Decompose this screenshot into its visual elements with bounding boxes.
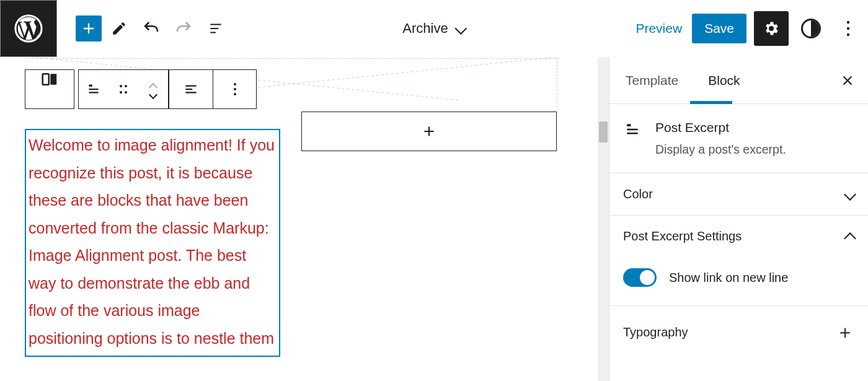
svg-point-14 <box>234 93 236 95</box>
dots-vertical-icon <box>846 20 850 37</box>
sidebar-tabs: Template Block <box>609 57 868 104</box>
close-icon <box>841 74 854 87</box>
show-link-newline-row: Show link on new line <box>609 257 868 306</box>
show-link-newline-label: Show link on new line <box>669 271 788 285</box>
panel-color-label: Color <box>623 187 653 201</box>
scrollbar-thumb[interactable] <box>599 121 608 142</box>
workspace: Welcome to image alignment! If you recog… <box>0 57 868 381</box>
redo-button[interactable] <box>169 14 198 43</box>
dots-vertical-icon <box>233 82 237 96</box>
tab-block[interactable]: Block <box>706 58 742 103</box>
tools-button[interactable] <box>104 14 134 43</box>
panel-typography-label: Typography <box>623 325 688 339</box>
column-appender[interactable] <box>301 112 557 151</box>
panel-settings-label: Post Excerpt Settings <box>623 229 742 243</box>
toolbar-right: Preview Save <box>633 11 863 46</box>
panel-excerpt-settings[interactable]: Post Excerpt Settings <box>609 216 868 257</box>
block-tool-group-2 <box>169 69 257 109</box>
drag-icon <box>117 83 130 95</box>
svg-point-13 <box>234 88 236 90</box>
block-tool-group <box>78 69 169 109</box>
styles-button[interactable] <box>796 14 826 43</box>
wordpress-icon <box>14 14 43 43</box>
editor-top-bar: Archive Preview Save <box>0 0 868 57</box>
chevron-down-icon <box>149 90 157 99</box>
add-block-button[interactable] <box>76 15 102 42</box>
align-button[interactable] <box>169 70 213 108</box>
svg-rect-7 <box>50 74 56 85</box>
block-card-title: Post Excerpt <box>655 120 786 135</box>
post-excerpt-block[interactable]: Welcome to image alignment! If you recog… <box>25 129 280 357</box>
svg-point-10 <box>120 91 122 94</box>
more-options-button[interactable] <box>833 14 863 43</box>
toolbar-left <box>76 14 231 43</box>
undo-button[interactable] <box>136 14 166 43</box>
list-view-icon <box>208 20 224 37</box>
transform-button[interactable] <box>79 70 108 108</box>
plus-icon <box>80 20 97 37</box>
tab-indicator <box>690 101 732 104</box>
svg-rect-6 <box>43 74 49 85</box>
chevron-down-icon <box>844 188 856 201</box>
styles-icon <box>801 19 821 38</box>
plus-icon: ＋ <box>836 320 854 345</box>
settings-sidebar: Template Block Post Excerpt Display a po… <box>609 57 868 381</box>
drag-handle[interactable] <box>108 70 138 108</box>
preview-button[interactable]: Preview <box>633 15 684 42</box>
gear-icon <box>763 20 780 37</box>
post-excerpt-icon <box>623 120 642 139</box>
svg-point-11 <box>125 91 127 94</box>
settings-button[interactable] <box>754 11 789 46</box>
chevron-up-icon <box>844 232 856 245</box>
wp-logo[interactable] <box>0 0 57 57</box>
list-view-button[interactable] <box>201 14 231 43</box>
columns-icon <box>40 70 59 89</box>
svg-point-9 <box>125 85 127 87</box>
pencil-icon <box>111 20 127 37</box>
editor-canvas: Welcome to image alignment! If you recog… <box>0 57 609 381</box>
close-sidebar-button[interactable] <box>841 74 854 87</box>
svg-point-2 <box>847 27 849 30</box>
panel-typography[interactable]: Typography ＋ <box>609 306 868 359</box>
document-title-button[interactable]: Archive <box>402 20 465 37</box>
block-card: Post Excerpt Display a post's excerpt. <box>609 104 868 173</box>
block-more-button[interactable] <box>213 70 256 108</box>
align-left-icon <box>183 81 199 97</box>
chevron-down-icon <box>455 22 467 35</box>
svg-point-12 <box>234 83 236 85</box>
redo-icon <box>174 19 193 38</box>
panel-color[interactable]: Color <box>609 173 868 216</box>
save-button[interactable]: Save <box>692 14 746 43</box>
plus-icon <box>421 123 437 139</box>
svg-point-1 <box>847 21 849 24</box>
move-buttons[interactable] <box>138 70 168 108</box>
block-card-description: Display a post's excerpt. <box>655 142 786 157</box>
excerpt-text: Welcome to image alignment! If you recog… <box>29 136 275 347</box>
show-link-newline-toggle[interactable] <box>623 268 657 287</box>
tab-template[interactable]: Template <box>623 58 681 103</box>
canvas-scrollbar[interactable] <box>598 57 609 381</box>
svg-point-3 <box>847 33 849 36</box>
block-type-button[interactable] <box>25 69 74 109</box>
undo-icon <box>142 19 161 38</box>
svg-point-8 <box>120 85 122 87</box>
post-excerpt-icon <box>86 81 102 97</box>
document-title-text: Archive <box>402 20 448 37</box>
block-toolbar <box>25 69 257 109</box>
